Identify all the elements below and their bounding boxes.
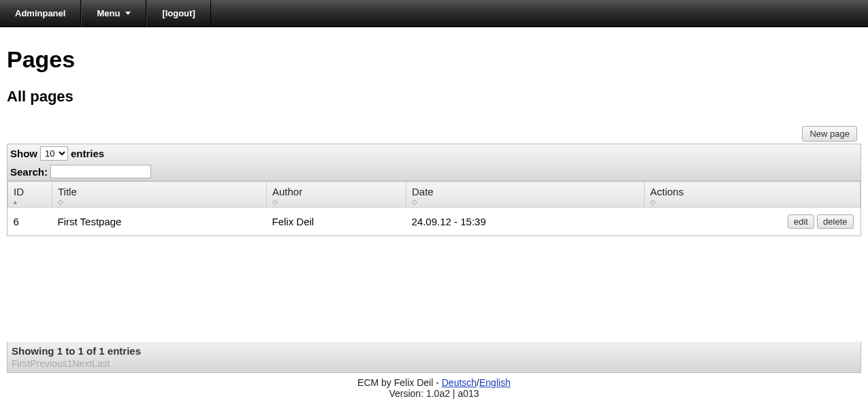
sort-icon: ◇ [650, 199, 854, 206]
length-control: Show 10 entries [7, 144, 861, 163]
credits-version: Version: 1.0a2 | a013 [7, 388, 861, 399]
cell-title: First Testpage [52, 208, 267, 236]
table-header-row: ID ▴ Title ◇ Author ◇ Date ◇ [8, 182, 861, 208]
sub-title: All pages [7, 88, 861, 106]
col-date-label: Date [412, 186, 434, 197]
table-info: Showing 1 to 1 of 1 entries [12, 345, 856, 357]
nav-menu-label: Menu [97, 8, 120, 18]
search-input[interactable] [50, 165, 151, 178]
entries-select[interactable]: 10 [40, 146, 68, 161]
sort-icon: ◇ [272, 199, 400, 206]
topbar: Adminpanel Menu [logout] [0, 0, 868, 27]
table-footer: Showing 1 to 1 of 1 entries FirstPreviou… [7, 342, 861, 373]
credits: ECM by Felix Deil - Deutsch/English Vers… [7, 377, 861, 399]
nav-logout-label: [logout] [162, 8, 195, 18]
cell-actions: edit delete [645, 208, 861, 236]
search-control: Search: [7, 163, 861, 180]
col-title[interactable]: Title ◇ [52, 182, 267, 208]
table-row: 6 First Testpage Felix Deil 24.09.12 - 1… [8, 208, 861, 236]
page-first[interactable]: First [12, 358, 30, 369]
col-title-label: Title [58, 186, 77, 197]
cell-date: 24.09.12 - 15:39 [406, 208, 645, 236]
delete-button[interactable]: delete [817, 214, 853, 229]
nav-adminpanel-label: Adminpanel [15, 8, 65, 18]
col-id-label: ID [14, 186, 24, 197]
pages-table: ID ▴ Title ◇ Author ◇ Date ◇ [7, 181, 861, 236]
cell-author: Felix Deil [267, 208, 406, 236]
col-id[interactable]: ID ▴ [8, 182, 52, 208]
page-next[interactable]: Next [72, 358, 92, 369]
col-author-label: Author [272, 186, 302, 197]
page-last[interactable]: Last [92, 358, 110, 369]
search-label: Search: [10, 166, 48, 178]
page-title: Pages [7, 46, 861, 73]
col-actions-label: Actions [650, 186, 684, 197]
edit-button[interactable]: edit [788, 214, 814, 229]
toolbar: New page [7, 126, 861, 142]
new-page-button[interactable]: New page [802, 126, 857, 142]
sort-icon: ▴ [14, 199, 46, 206]
show-suffix: entries [71, 148, 104, 159]
credits-prefix: ECM by Felix Deil - [357, 377, 442, 388]
sort-icon: ◇ [58, 199, 261, 206]
table-container: Show 10 entries Search: ID ▴ T [7, 144, 861, 236]
table-controls: Show 10 entries Search: [7, 144, 861, 181]
show-prefix: Show [10, 148, 37, 159]
col-author[interactable]: Author ◇ [267, 182, 406, 208]
col-actions[interactable]: Actions ◇ [645, 182, 861, 208]
col-date[interactable]: Date ◇ [406, 182, 645, 208]
pagination: FirstPrevious1NextLast [12, 358, 856, 369]
cell-id: 6 [8, 208, 52, 236]
credits-line1: ECM by Felix Deil - Deutsch/English [7, 377, 861, 388]
page-previous[interactable]: Previous [30, 358, 67, 369]
lang-deutsch-link[interactable]: Deutsch [442, 377, 477, 388]
nav-adminpanel[interactable]: Adminpanel [0, 0, 81, 27]
chevron-down-icon [125, 12, 131, 15]
nav-menu[interactable]: Menu [81, 0, 146, 27]
lang-english-link[interactable]: English [479, 377, 511, 388]
nav-logout[interactable]: [logout] [146, 0, 210, 27]
sort-icon: ◇ [412, 199, 639, 206]
